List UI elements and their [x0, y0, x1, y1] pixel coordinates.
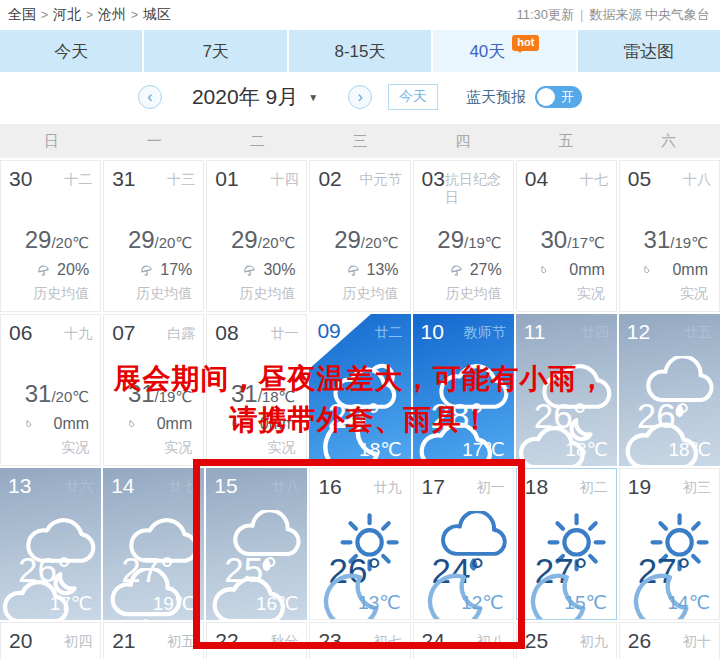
year-month-label: 2020年 9月: [192, 83, 298, 111]
weekday-header: 四: [411, 124, 514, 158]
cell-lunar: 廿一: [270, 321, 298, 343]
cell-temp-range: 29/19℃: [420, 226, 502, 254]
cell-lunar: 初七: [374, 629, 402, 651]
calendar-cell-13[interactable]: 13廿六26°17℃: [0, 468, 101, 620]
calendar-cell-03[interactable]: 03抗日纪念日29/19℃27%历史均值: [413, 160, 514, 312]
calendar-cell-20[interactable]: 20初四: [0, 622, 101, 659]
calendar-cell-04[interactable]: 04十七30/17℃0mm实况: [516, 160, 617, 312]
cell-precip: 0mm: [213, 415, 295, 433]
calendar-cell-07[interactable]: 07白露31/19℃0mm实况: [103, 314, 204, 466]
cell-date: 26: [628, 629, 651, 653]
weather-40day-page: 全国>河北>沧州>城区 11:30更新|数据来源 中央气象台 今天7天8-15天…: [0, 0, 720, 659]
cell-date: 09: [317, 319, 340, 343]
breadcrumb-item[interactable]: 沧州: [98, 6, 126, 24]
cell-date: 21: [112, 629, 135, 653]
tab-bar: 今天7天8-15天40天hot雷达图: [0, 30, 720, 72]
next-month-button[interactable]: ›: [348, 85, 372, 109]
calendar-cell-24[interactable]: 24初八: [413, 622, 514, 659]
cell-lunar: 十四: [270, 167, 298, 189]
umbrella-icon: [138, 261, 156, 279]
prev-month-button[interactable]: ‹: [138, 85, 162, 109]
update-info: 11:30更新|数据来源 中央气象台: [516, 6, 710, 24]
tab-label: 40天: [469, 40, 505, 63]
bluesky-toggle[interactable]: 开: [535, 86, 582, 108]
cell-lunar: 白露: [167, 321, 195, 343]
cell-lunar: 廿六: [65, 474, 93, 496]
cell-lunar: 十二: [64, 167, 92, 189]
calendar-cell-23[interactable]: 23初七: [309, 622, 410, 659]
breadcrumb-item[interactable]: 全国: [8, 6, 36, 24]
month-navigation: ‹ 2020年 9月 › 今天 蓝天预报 开: [0, 72, 720, 122]
calendar-cell-05[interactable]: 05十八31/19℃0mm实况: [619, 160, 720, 312]
cell-source-label: 历史均值: [316, 285, 398, 303]
cell-lunar: 廿四: [581, 320, 609, 342]
calendar-cell-30[interactable]: 30十二29/20℃20%历史均值: [0, 160, 101, 312]
cell-night-temp: 12℃: [461, 591, 503, 614]
tab-label: 今天: [54, 40, 88, 63]
cell-date: 03: [422, 167, 445, 191]
cell-date: 13: [8, 474, 31, 498]
calendar-cell-21[interactable]: 21初五: [103, 622, 204, 659]
cell-precip: 0mm: [7, 415, 89, 433]
calendar-cell-26[interactable]: 26初十: [619, 622, 720, 659]
calendar-cell-12[interactable]: 12廿五26°18℃: [619, 314, 720, 466]
calendar-cell-25[interactable]: 25初九: [516, 622, 617, 659]
cell-lunar: 初四: [64, 629, 92, 651]
cell-date: 06: [9, 321, 32, 345]
data-source: 数据来源 中央气象台: [589, 7, 710, 22]
cell-temp-range: 31/20℃: [7, 380, 89, 408]
calendar-cell-15[interactable]: 15廿八25°16℃: [206, 468, 307, 620]
calendar-cell-08[interactable]: 08廿一31/18℃0mm实况: [206, 314, 307, 466]
calendar-cell-11[interactable]: 11廿四26°18℃: [516, 314, 617, 466]
calendar-cell-09[interactable]: 09廿二28°18℃: [309, 314, 410, 466]
top-bar: 全国>河北>沧州>城区 11:30更新|数据来源 中央气象台: [0, 0, 720, 30]
cell-temp-range: 30/17℃: [523, 226, 605, 254]
cell-night-temp: 16℃: [256, 592, 298, 615]
calendar-cell-06[interactable]: 06十九31/20℃0mm实况: [0, 314, 101, 466]
calendar-cell-17[interactable]: 17初一24°12℃: [413, 468, 514, 620]
tab-8-15天[interactable]: 8-15天: [289, 30, 431, 72]
cell-lunar: 初十: [683, 629, 711, 651]
cell-lunar: 十三: [167, 167, 195, 189]
breadcrumb-separator: >: [86, 8, 93, 22]
cell-source-label: 实况: [7, 439, 89, 457]
calendar-cell-02[interactable]: 02中元节29/20℃13%历史均值: [309, 160, 410, 312]
cell-lunar: 廿五: [684, 320, 712, 342]
weekday-header-row: 日一二三四五六: [0, 124, 720, 158]
weekday-header: 三: [309, 124, 412, 158]
weekday-header: 六: [617, 124, 720, 158]
tab-雷达图[interactable]: 雷达图: [578, 30, 720, 72]
tab-7天[interactable]: 7天: [144, 30, 286, 72]
tab-今天[interactable]: 今天: [0, 30, 142, 72]
cell-precip: 0mm: [523, 261, 605, 279]
update-time: 11:30更新: [516, 7, 574, 22]
cell-date: 23: [318, 629, 341, 653]
today-button[interactable]: 今天: [388, 84, 438, 110]
calendar-cell-10[interactable]: 10教师节28°17℃: [413, 314, 514, 466]
cell-lunar: 廿九: [374, 475, 402, 497]
breadcrumb-item[interactable]: 城区: [143, 6, 171, 24]
tab-label: 7天: [202, 40, 228, 63]
cell-date: 14: [111, 474, 134, 498]
year-month-dropdown[interactable]: 2020年 9月: [192, 83, 318, 111]
calendar-cell-31[interactable]: 31十三29/20℃17%历史均值: [103, 160, 204, 312]
cell-lunar: 初九: [580, 629, 608, 651]
cell-date: 31: [112, 167, 135, 191]
calendar-cell-14[interactable]: 14廿七27°19℃: [103, 468, 204, 620]
calendar-cell-22[interactable]: 22秋分: [206, 622, 307, 659]
breadcrumb-item[interactable]: 河北: [53, 6, 81, 24]
weekday-header: 日: [0, 124, 103, 158]
drop-icon: [639, 261, 654, 278]
breadcrumb-separator: >: [41, 8, 48, 22]
calendar-cell-01[interactable]: 01十四29/20℃30%历史均值: [206, 160, 307, 312]
tab-40天[interactable]: 40天hot: [433, 30, 575, 72]
calendar-cell-18[interactable]: 18初二27°15℃: [516, 468, 617, 620]
cell-temp-range: 29/20℃: [213, 226, 295, 254]
cell-date: 17: [422, 475, 445, 499]
cell-precip: 0mm: [110, 415, 192, 433]
calendar-cell-19[interactable]: 19初三27°14℃: [619, 468, 720, 620]
calendar-cell-16[interactable]: 16廿九26°13℃: [309, 468, 410, 620]
cell-date: 19: [628, 475, 651, 499]
cell-lunar: 教师节: [464, 320, 506, 342]
umbrella-icon: [447, 261, 465, 279]
